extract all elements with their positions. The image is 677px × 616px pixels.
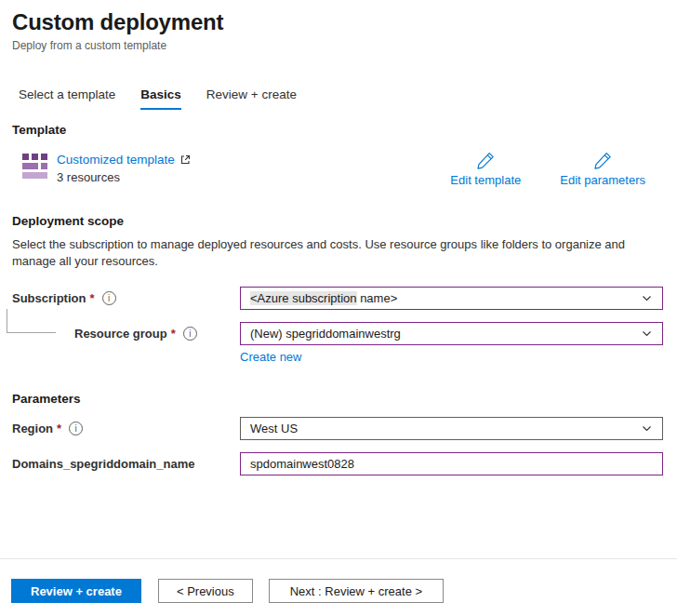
- required-asterisk: *: [57, 422, 61, 435]
- region-dropdown[interactable]: West US: [240, 417, 663, 440]
- template-resource-count: 3 resources: [57, 170, 192, 184]
- template-section-heading: Template: [12, 123, 677, 137]
- template-icon: [22, 154, 47, 179]
- template-summary-row: Customized template 3 resources Edit tem…: [0, 151, 677, 187]
- deployment-scope-description: Select the subscription to manage deploy…: [12, 236, 633, 270]
- subscription-value-rest: name>: [357, 291, 398, 305]
- previous-button[interactable]: < Previous: [158, 579, 253, 603]
- chevron-down-icon: [641, 292, 653, 304]
- edit-template-button[interactable]: Edit template: [450, 151, 521, 187]
- domain-name-label: Domains_spegriddomain_name: [12, 457, 195, 471]
- resource-group-label: Resource group: [74, 327, 167, 341]
- tab-basics[interactable]: Basics: [140, 87, 181, 110]
- region-value: West US: [250, 422, 298, 435]
- external-link-icon: [179, 154, 192, 166]
- required-asterisk: *: [89, 291, 94, 305]
- resource-group-dropdown[interactable]: (New) spegriddomainwestrg: [240, 322, 663, 345]
- tab-select-a-template[interactable]: Select a template: [19, 87, 115, 110]
- page-title: Custom deployment: [12, 9, 677, 35]
- create-new-link[interactable]: Create new: [240, 350, 301, 364]
- info-icon[interactable]: i: [69, 422, 83, 435]
- deployment-scope-heading: Deployment scope: [12, 214, 677, 228]
- wizard-tabs: Select a template Basics Review + create: [19, 87, 677, 110]
- review-create-button[interactable]: Review + create: [11, 579, 141, 603]
- page-subtitle: Deploy from a custom template: [12, 39, 677, 52]
- chevron-down-icon: [641, 328, 653, 340]
- subscription-value-highlighted: <Azure subscription: [250, 291, 357, 305]
- domain-name-value: spdomainwest0828: [250, 457, 354, 471]
- subscription-dropdown[interactable]: <Azure subscription name>: [240, 287, 663, 310]
- domain-name-row: Domains_spegriddomain_name spdomainwest0…: [0, 452, 677, 475]
- chevron-down-icon: [641, 422, 653, 435]
- subscription-label: Subscription: [12, 291, 86, 305]
- info-icon[interactable]: i: [183, 327, 197, 341]
- subscription-row: Subscription * i <Azure subscription nam…: [0, 287, 677, 310]
- next-button[interactable]: Next : Review + create >: [269, 579, 444, 603]
- resource-group-row: Resource group * i (New) spegriddomainwe…: [0, 322, 677, 345]
- domain-name-input[interactable]: spdomainwest0828: [240, 452, 663, 475]
- region-row: Region * i West US: [0, 417, 677, 440]
- hierarchy-connector-line: [7, 309, 56, 333]
- edit-template-label: Edit template: [450, 173, 521, 187]
- custom-deployment-page: Custom deployment Deploy from a custom t…: [0, 0, 677, 616]
- edit-parameters-button[interactable]: Edit parameters: [560, 151, 645, 187]
- footer-bar: Review + create < Previous Next : Review…: [0, 558, 677, 603]
- parameters-heading: Parameters: [12, 392, 677, 406]
- customized-template-link-label: Customized template: [57, 153, 175, 167]
- edit-parameters-label: Edit parameters: [560, 173, 645, 187]
- region-label: Region: [12, 422, 53, 435]
- required-asterisk: *: [171, 327, 176, 341]
- info-icon[interactable]: i: [102, 291, 116, 305]
- tab-review-create[interactable]: Review + create: [206, 87, 297, 110]
- customized-template-link[interactable]: Customized template: [57, 153, 192, 167]
- pencil-icon: [475, 151, 496, 171]
- pencil-icon: [592, 151, 613, 171]
- resource-group-value: (New) spegriddomainwestrg: [250, 327, 401, 341]
